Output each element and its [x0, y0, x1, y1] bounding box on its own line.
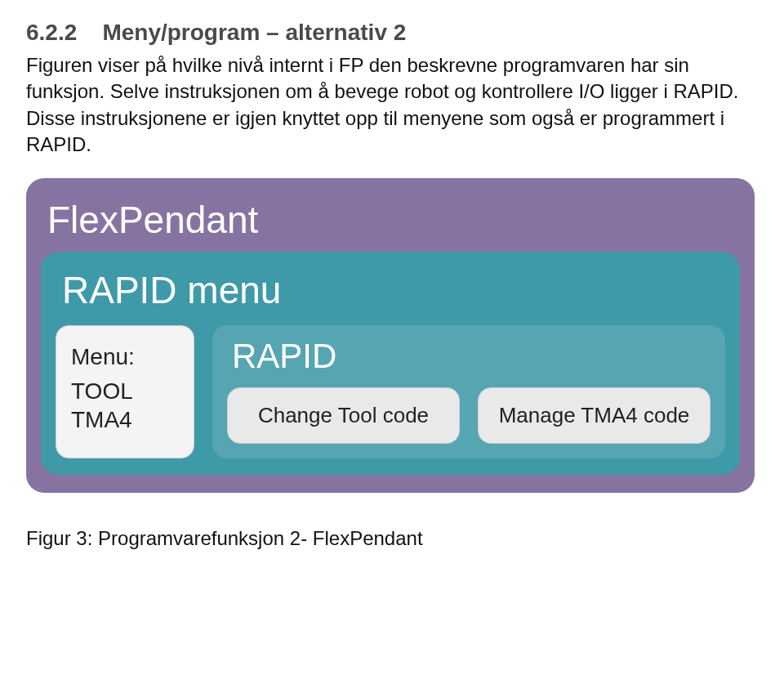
section-number: 6.2.2 [26, 20, 77, 45]
rapid-title: RAPID [232, 337, 710, 376]
flexpendant-title: FlexPendant [47, 198, 740, 242]
menu-item-tool: TOOL [71, 377, 179, 405]
section-title: Meny/program – alternativ 2 [102, 20, 406, 45]
change-tool-code-box: Change Tool code [227, 387, 460, 444]
body-paragraph: Figuren viser på hvilke nivå internt i F… [26, 52, 758, 159]
rapid-menu-row: Menu: TOOL TMA4 RAPID Change Tool code M… [56, 325, 725, 458]
rapid-menu-title: RAPID menu [62, 268, 725, 312]
menu-label: Menu: [71, 344, 179, 370]
manage-tma4-code-box: Manage TMA4 code [478, 387, 710, 444]
figure: FlexPendant RAPID menu Menu: TOOL TMA4 R… [26, 178, 755, 493]
rapid-box: RAPID Change Tool code Manage TMA4 code [212, 325, 725, 458]
flexpendant-box: FlexPendant RAPID menu Menu: TOOL TMA4 R… [26, 178, 755, 493]
section-heading: 6.2.2 Meny/program – alternativ 2 [26, 20, 758, 46]
figure-caption: Figur 3: Programvarefunksjon 2- FlexPend… [26, 527, 758, 550]
menu-item-tma4: TMA4 [71, 405, 179, 434]
rapid-row: Change Tool code Manage TMA4 code [227, 387, 710, 444]
paragraph-text: Figuren viser på hvilke nivå internt i F… [26, 52, 758, 159]
menu-box: Menu: TOOL TMA4 [56, 325, 194, 458]
rapid-menu-box: RAPID menu Menu: TOOL TMA4 RAPID Change … [41, 252, 740, 475]
